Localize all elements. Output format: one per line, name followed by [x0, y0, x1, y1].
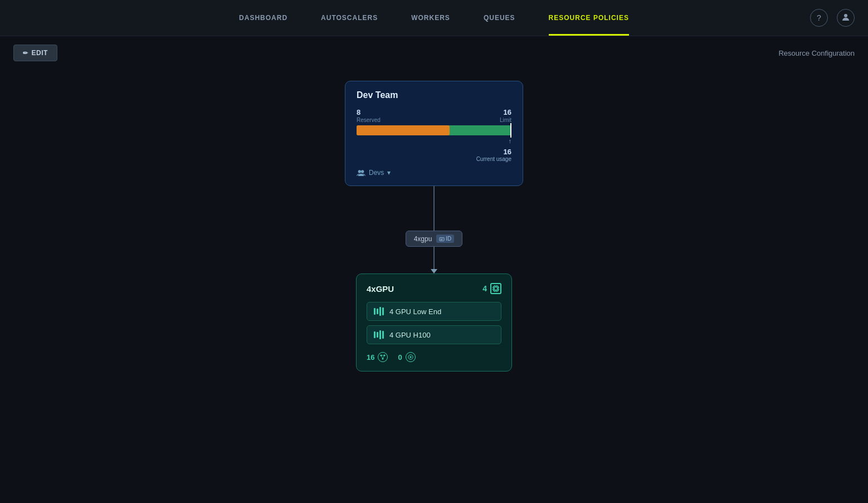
gpu-row-1: 4 GPU Low End: [367, 302, 501, 321]
nav-right: ?: [810, 9, 855, 27]
id-icon: [439, 236, 445, 242]
current-usage-value: 16: [504, 148, 511, 156]
nav-item-dashboard[interactable]: DASHBOARD: [239, 0, 287, 36]
id-badge: ID: [436, 235, 454, 243]
flow-container: Dev Team 8 Reserved 16 Limit: [345, 81, 523, 372]
progress-marker: [510, 123, 511, 138]
limit-label-group: 16 Limit: [500, 108, 511, 123]
help-icon: ?: [817, 13, 821, 22]
gpu-count: 4: [482, 283, 501, 294]
gpu-card: 4xGPU 4: [356, 274, 512, 372]
user-icon: [841, 12, 851, 24]
bar-1: [374, 308, 376, 315]
gpu-row-2-label: 4 GPU H100: [389, 331, 431, 339]
play-circle-icon: [408, 354, 413, 360]
edit-label: EDIT: [32, 49, 48, 57]
toolbar: EDIT Resource Configuration: [0, 36, 868, 70]
limit-label: Limit: [500, 117, 511, 123]
gpu-row-2: 4 GPU H100: [367, 325, 501, 344]
svg-line-21: [383, 355, 384, 359]
bar-3: [379, 307, 381, 316]
workers-icon: [378, 352, 388, 362]
bar-4b: [382, 331, 384, 339]
dev-team-title: Dev Team: [357, 90, 511, 100]
gpu-card-title: 4xGPU: [367, 284, 394, 294]
edit-button[interactable]: EDIT: [13, 45, 57, 61]
help-button[interactable]: ?: [810, 9, 828, 27]
group-icon: [357, 169, 365, 177]
nav-label-dashboard: DASHBOARD: [239, 14, 287, 22]
reserved-value: 8: [357, 108, 381, 116]
nav-label-queues: QUEUES: [484, 14, 515, 22]
reserved-label: Reserved: [357, 117, 381, 123]
resource-config-link[interactable]: Resource Configuration: [778, 49, 855, 57]
nav-label-resource-policies: RESOURCE POLICIES: [549, 14, 629, 22]
reserved-label-group: 8 Reserved: [357, 108, 381, 123]
policy-node-label: 4xgpu: [414, 235, 432, 243]
current-usage-group: ↑ 16 Current usage: [357, 138, 511, 162]
current-usage-display: 16 Current usage: [476, 148, 511, 162]
svg-point-0: [844, 14, 847, 17]
progress-labels: 8 Reserved 16 Limit: [357, 108, 511, 123]
canvas: Dev Team 8 Reserved 16 Limit: [0, 70, 868, 503]
gpu-card-footer: 16 0: [367, 352, 501, 362]
nav-label-workers: WORKERS: [411, 14, 450, 22]
current-usage-label: Current usage: [476, 156, 511, 162]
connector-1: [433, 186, 435, 231]
connector-2: [433, 247, 435, 269]
gpu-row-1-label: 4 GPU Low End: [389, 307, 441, 316]
top-nav: DASHBOARD AUTOSCALERS WORKERS QUEUES RES…: [0, 0, 868, 36]
devs-label: Devs: [369, 169, 384, 177]
nav-item-autoscalers[interactable]: AUTOSCALERS: [321, 0, 378, 36]
svg-rect-15: [494, 287, 497, 290]
progress-bar-container: [357, 125, 511, 135]
nav-label-autoscalers: AUTOSCALERS: [321, 14, 378, 22]
gpu-card-header: 4xGPU 4: [367, 283, 501, 294]
nav-items: DASHBOARD AUTOSCALERS WORKERS QUEUES RES…: [239, 0, 629, 36]
bar-1b: [374, 331, 376, 338]
bar-3b: [379, 330, 381, 339]
limit-value: 16: [500, 108, 511, 116]
footer-workers-value: 16: [367, 353, 374, 362]
nav-item-resource-policies[interactable]: RESOURCE POLICIES: [549, 0, 629, 36]
connector-arrow: [431, 269, 437, 274]
card-footer-devs[interactable]: Devs ▾: [357, 169, 511, 177]
svg-rect-3: [440, 237, 444, 241]
gpu-row-icon-1: [374, 307, 384, 316]
svg-point-2: [361, 170, 364, 173]
cpu-icon: [490, 283, 501, 294]
network-icon: [379, 354, 386, 360]
pencil-icon: [23, 49, 28, 57]
nav-item-queues[interactable]: QUEUES: [484, 0, 515, 36]
svg-line-20: [381, 355, 383, 359]
svg-marker-23: [409, 356, 412, 358]
footer-running: 0: [398, 352, 415, 362]
progress-section: 8 Reserved 16 Limit ↑ 16: [357, 108, 511, 162]
current-usage-arrow: ↑: [509, 138, 512, 144]
progress-bar-orange: [357, 125, 450, 135]
connector-line-2: [433, 247, 435, 269]
nav-item-workers[interactable]: WORKERS: [411, 0, 450, 36]
footer-running-value: 0: [398, 353, 402, 362]
chevron-down-icon: ▾: [387, 169, 391, 177]
policy-label-node[interactable]: 4xgpu ID: [406, 231, 463, 247]
play-icon: [406, 352, 416, 362]
dev-team-card: Dev Team 8 Reserved 16 Limit: [345, 81, 523, 186]
gpu-row-icon-2: [374, 330, 384, 339]
bar-2b: [377, 332, 378, 338]
connector-line-1: [433, 186, 435, 231]
footer-workers: 16: [367, 352, 388, 362]
user-button[interactable]: [837, 9, 855, 27]
cpu-chip-icon: [492, 285, 500, 292]
svg-point-1: [358, 170, 361, 173]
bar-2: [377, 309, 378, 314]
bar-4: [382, 307, 384, 315]
gpu-count-value: 4: [482, 284, 487, 293]
